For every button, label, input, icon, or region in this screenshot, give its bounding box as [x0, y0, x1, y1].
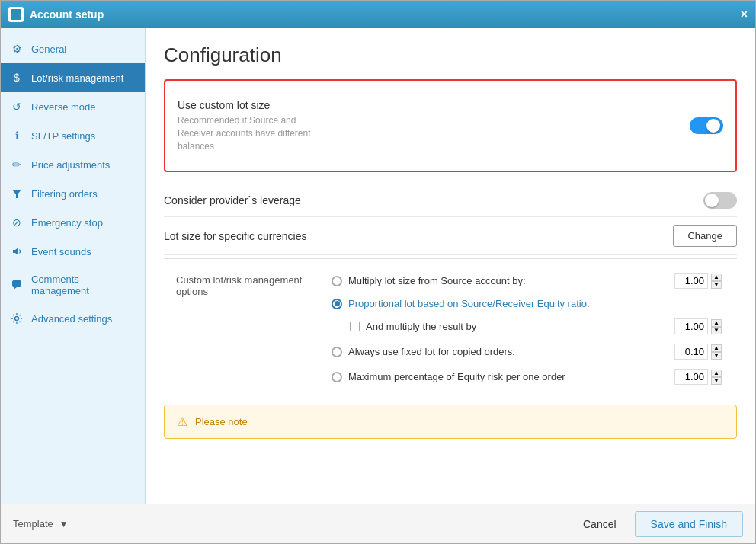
sidebar-item-advanced[interactable]: Advanced settings — [1, 304, 145, 333]
option-radio-fixed-lot[interactable] — [332, 347, 342, 357]
toggle-slider — [690, 117, 723, 134]
svg-marker-0 — [12, 190, 21, 198]
sidebar-item-label: Emergency stop — [31, 217, 103, 229]
main-area: ⚙ General $ Lot/risk management ↺ Revers… — [1, 28, 755, 504]
spin-up-result[interactable]: ▲ — [711, 319, 722, 327]
sidebar-item-label: Advanced settings — [31, 313, 112, 325]
custom-lot-sublabel: Recommended if Source and Receiver accou… — [178, 114, 330, 152]
consider-provider-toggle[interactable] — [703, 192, 737, 209]
spin-up-multiply[interactable]: ▲ — [711, 274, 722, 281]
lot-size-row: Lot size for specific currencies Change — [164, 217, 737, 255]
option-row-multiply: Multiply lot size from Source account by… — [332, 268, 737, 293]
sidebar-item-sltp[interactable]: ℹ SL/TP settings — [1, 121, 145, 150]
close-button[interactable]: × — [741, 8, 748, 21]
sidebar-item-label: Comments management — [31, 274, 136, 296]
toggle-slider-off — [703, 192, 737, 209]
option-row-fixed-lot: Always use fixed lot for copied orders: … — [332, 339, 737, 364]
option-text-max-percent: Maximum percentage of Equity risk per on… — [348, 371, 565, 382]
svg-rect-1 — [12, 280, 21, 287]
spinners-multiply[interactable]: ▲ ▼ — [711, 274, 722, 289]
cancel-button[interactable]: Cancel — [574, 514, 626, 535]
dollar-icon: $ — [10, 71, 24, 85]
option-row-multiply-result: And multiply the result by 1.00 ▲ ▼ — [332, 314, 737, 339]
spin-down-max[interactable]: ▼ — [711, 377, 722, 385]
value-fixed-lot: 0.10 — [674, 344, 708, 360]
spin-down-fixed[interactable]: ▼ — [711, 352, 722, 360]
sidebar-item-event-sounds[interactable]: Event sounds — [1, 237, 145, 266]
option-value-fixed-lot: 0.10 ▲ ▼ — [674, 344, 737, 360]
spinners-multiply-result[interactable]: ▲ ▼ — [711, 319, 722, 334]
sidebar-item-filter[interactable]: Filtering orders — [1, 179, 145, 208]
sidebar-item-comments[interactable]: Comments management — [1, 266, 145, 304]
lot-size-label: Lot size for specific currencies — [164, 230, 307, 242]
option-text-proportional: Proportional lot based on Source/Receive… — [348, 298, 590, 309]
option-radio-max-percent[interactable] — [332, 372, 342, 382]
change-button[interactable]: Change — [673, 225, 737, 247]
option-value-multiply-result: 1.00 ▲ ▼ — [674, 318, 737, 334]
option-checkbox-multiply-result[interactable] — [350, 322, 360, 331]
options-section-label: Custom lot/risk management options — [164, 259, 332, 398]
template-label: Template — [13, 518, 53, 530]
template-dropdown-icon[interactable]: ▼ — [59, 519, 69, 530]
option-text-multiply: Multiply lot size from Source account by… — [348, 275, 526, 286]
sidebar-item-label: Reverse mode — [31, 101, 96, 113]
pencil-icon: ✏ — [10, 158, 24, 171]
option-value-max-percent: 1.00 ▲ ▼ — [674, 369, 737, 385]
sidebar-item-label: Price adjustments — [31, 159, 110, 171]
value-multiply: 1.00 — [674, 273, 708, 289]
custom-lot-toggle[interactable] — [690, 117, 723, 134]
custom-lot-box: Use custom lot size Recommended if Sourc… — [164, 79, 737, 172]
sidebar-item-reverse[interactable]: ↺ Reverse mode — [1, 92, 145, 121]
template-section: Template ▼ — [13, 518, 69, 530]
value-max-percent: 1.00 — [674, 369, 708, 385]
sidebar-item-general[interactable]: ⚙ General — [1, 34, 145, 63]
spinners-fixed-lot[interactable]: ▲ ▼ — [711, 344, 722, 360]
custom-lot-row: Use custom lot size Recommended if Sourc… — [178, 91, 723, 160]
option-text-multiply-result: And multiply the result by — [366, 321, 476, 332]
save-finish-button[interactable]: Save and Finish — [635, 511, 743, 537]
footer: Template ▼ Cancel Save and Finish — [1, 504, 755, 543]
consider-provider-row: Consider provider`s leverage — [164, 184, 737, 217]
gear-icon: ⚙ — [10, 42, 24, 56]
sidebar-item-label: Filtering orders — [31, 188, 98, 200]
sidebar-item-emergency[interactable]: ⊘ Emergency stop — [1, 208, 145, 237]
spin-down-result[interactable]: ▼ — [711, 327, 722, 334]
consider-provider-label: Consider provider`s leverage — [164, 194, 301, 206]
spin-up-max[interactable]: ▲ — [711, 370, 722, 377]
value-multiply-result: 1.00 — [674, 318, 708, 334]
app-icon — [8, 7, 24, 22]
options-list: Multiply lot size from Source account by… — [332, 259, 737, 398]
sidebar-item-label: General — [31, 43, 66, 55]
window-title: Account setup — [30, 8, 104, 21]
comment-icon — [10, 278, 24, 292]
option-radio-proportional[interactable] — [332, 299, 342, 309]
sound-icon — [10, 245, 24, 258]
custom-lot-label-group: Use custom lot size Recommended if Sourc… — [178, 99, 330, 152]
info-icon: ℹ — [10, 129, 24, 142]
sidebar-item-lot-risk[interactable]: $ Lot/risk management — [1, 63, 145, 92]
footer-actions: Cancel Save and Finish — [574, 511, 743, 537]
spin-down-multiply[interactable]: ▼ — [711, 281, 722, 289]
reverse-icon: ↺ — [10, 100, 24, 114]
option-text-fixed-lot: Always use fixed lot for copied orders: — [348, 346, 515, 357]
main-window: Account setup × ⚙ General $ Lot/risk man… — [0, 0, 756, 544]
spinners-max-percent[interactable]: ▲ ▼ — [711, 370, 722, 385]
advanced-gear-icon — [10, 312, 24, 325]
warning-icon: ⚠ — [177, 414, 187, 429]
please-note-banner: ⚠ Please note — [164, 405, 737, 439]
svg-marker-2 — [14, 287, 17, 290]
content-area: Configuration Use custom lot size Recomm… — [146, 28, 755, 504]
options-section: Custom lot/risk management options Multi… — [164, 258, 737, 398]
sidebar-item-label: Lot/risk management — [31, 72, 123, 84]
option-row-max-percent: Maximum percentage of Equity risk per on… — [332, 364, 737, 389]
sidebar-item-label: SL/TP settings — [31, 130, 95, 142]
svg-point-3 — [15, 317, 19, 321]
sidebar-item-label: Event sounds — [31, 246, 91, 258]
spin-up-fixed[interactable]: ▲ — [711, 344, 722, 352]
sidebar-item-price-adj[interactable]: ✏ Price adjustments — [1, 150, 145, 179]
option-radio-multiply[interactable] — [332, 276, 342, 286]
page-title: Configuration — [164, 43, 737, 67]
option-value-multiply: 1.00 ▲ ▼ — [674, 273, 737, 289]
titlebar: Account setup × — [1, 1, 755, 28]
filter-icon — [10, 187, 24, 200]
